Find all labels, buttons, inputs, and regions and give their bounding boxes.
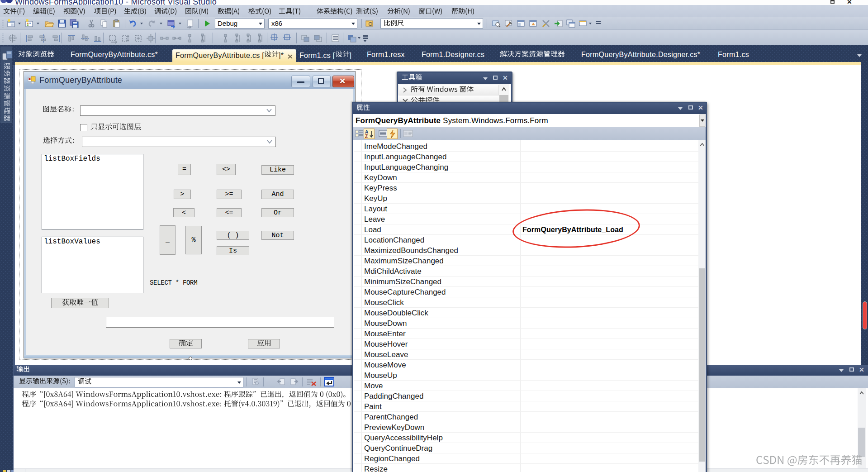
svg-text:Z: Z [365,134,368,138]
